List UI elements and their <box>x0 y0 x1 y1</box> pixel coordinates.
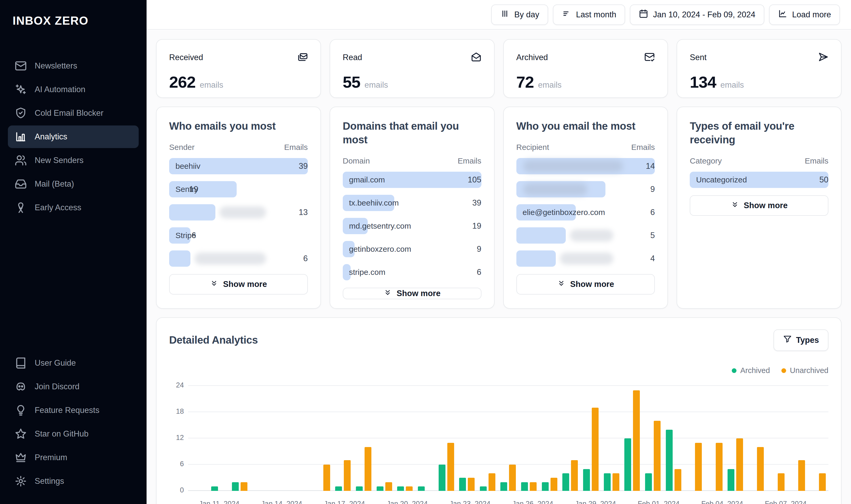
show-more-button[interactable]: Show more <box>169 274 308 294</box>
x-axis-tick-label: Jan 29, 2024 <box>575 500 616 504</box>
mail-open-icon <box>471 52 481 63</box>
bar-unarchived <box>757 447 764 491</box>
stat-card-read: Read55emails <box>330 39 495 98</box>
x-axis-tick-label: Jan 26, 2024 <box>512 500 553 504</box>
last-month-button[interactable]: Last month <box>553 4 625 25</box>
sidebar-item-premium[interactable]: Premium <box>8 446 139 469</box>
bar-group-jan-26-2024 <box>518 386 539 491</box>
toolbar-button-label: Last month <box>576 10 616 19</box>
value-bar <box>169 250 191 267</box>
panel-title: Types of email you're receiving <box>690 119 829 146</box>
sidebar: INBOX ZERO NewslettersAI AutomationCold … <box>0 0 146 504</box>
x-axis-tick-label: Feb 07, 2024 <box>765 500 806 504</box>
x-axis-tick-label <box>365 500 376 504</box>
table-row: md.getsentry.com19 <box>343 218 481 234</box>
bar-group-jan-23-2024 <box>457 386 477 491</box>
show-more-button[interactable]: Show more <box>343 288 481 299</box>
column-header: Emails <box>284 143 308 152</box>
stat-unit: emails <box>365 80 388 90</box>
types-filter-button[interactable]: Types <box>774 329 829 351</box>
x-axis-tick-label: Feb 01, 2024 <box>638 500 679 504</box>
sidebar-item-label: Mail (Beta) <box>35 179 74 189</box>
panel-who-emails-you-most: Who emails you mostSenderEmailsbeehiiv 3… <box>156 107 321 309</box>
stat-card-received: Received262emails <box>156 39 321 98</box>
bar-unarchived <box>406 486 413 491</box>
row-label: Uncategorized <box>690 172 747 188</box>
bar-group-jan-30-2024 <box>601 386 622 491</box>
sidebar-item-newsletters[interactable]: Newsletters <box>8 55 139 77</box>
mail-check-icon <box>644 52 655 63</box>
shield-check-icon <box>15 107 27 119</box>
column-header: Emails <box>805 157 829 165</box>
bar-archived <box>666 430 673 491</box>
bar-group-jan-10-2024 <box>188 386 209 491</box>
bar-group-jan-13-2024 <box>250 386 271 491</box>
sidebar-item-user-guide[interactable]: User Guide <box>8 352 139 374</box>
row-value: 6 <box>650 204 655 220</box>
chart-x-axis: Jan 11, 2024Jan 14, 2024Jan 17, 2024Jan … <box>169 500 829 504</box>
panel-title: Domains that email you most <box>343 119 481 146</box>
sidebar-item-settings[interactable]: Settings <box>8 470 139 492</box>
redacted-text <box>560 253 613 265</box>
bar-unarchived <box>551 478 557 491</box>
stat-label: Sent <box>690 53 707 62</box>
sidebar-item-ai-automation[interactable]: AI Automation <box>8 78 139 101</box>
x-axis-tick-label <box>818 500 829 504</box>
legend-dot <box>732 368 737 373</box>
redacted-text <box>195 253 266 265</box>
sidebar-item-join-discord[interactable]: Join Discord <box>8 375 139 398</box>
bar-archived <box>645 473 652 491</box>
bar-group-jan-21-2024 <box>415 386 436 491</box>
column-header: Emails <box>458 157 481 165</box>
panel-title: Who you email the most <box>516 119 655 133</box>
row-value: 105 <box>468 172 481 188</box>
star-icon <box>15 428 27 440</box>
sidebar-item-new-senders[interactable]: New Senders <box>8 149 139 172</box>
sidebar-item-label: New Senders <box>35 156 84 165</box>
x-axis-tick-label <box>439 500 449 504</box>
load-more-button[interactable]: Load more <box>769 4 840 25</box>
row-value: 9 <box>477 241 481 257</box>
sidebar-item-feature-requests[interactable]: Feature Requests <box>8 399 139 421</box>
x-axis-tick-label <box>691 500 701 504</box>
show-more-label: Show more <box>570 280 614 289</box>
x-axis-tick-label <box>679 500 690 504</box>
row-label: getinboxzero.com <box>343 241 411 257</box>
column-header: Recipient <box>516 143 549 152</box>
users-icon <box>15 154 27 166</box>
jan-10-2024-feb-09-2024-button[interactable]: Jan 10, 2024 - Feb 09, 2024 <box>630 4 764 25</box>
panel-title: Who emails you most <box>169 119 308 133</box>
show-more-button[interactable]: Show more <box>690 195 829 216</box>
panel-types-of-email-you-re-receiving: Types of email you're receivingCategoryE… <box>677 107 841 309</box>
show-more-button[interactable]: Show more <box>516 274 655 294</box>
x-axis-tick-label <box>240 500 250 504</box>
x-axis-tick-label <box>806 500 817 504</box>
row-value: 4 <box>650 250 655 267</box>
bar-group-jan-12-2024 <box>229 386 250 491</box>
column-header: Domain <box>343 157 370 165</box>
table-row: gmail.com105 <box>343 172 481 188</box>
stat-value: 55 <box>343 73 360 91</box>
x-axis-tick-label: Jan 23, 2024 <box>449 500 490 504</box>
bar-group-jan-20-2024 <box>394 386 415 491</box>
bar-archived <box>232 482 239 491</box>
sidebar-item-early-access[interactable]: Early Access <box>8 196 139 219</box>
toolbar-button-label: Load more <box>792 10 831 19</box>
x-axis-tick-label <box>553 500 564 504</box>
bar-archived <box>397 486 404 491</box>
by-day-button[interactable]: By day <box>491 4 548 25</box>
sidebar-item-mail-beta[interactable]: Mail (Beta) <box>8 173 139 195</box>
sidebar-item-label: User Guide <box>35 358 76 368</box>
chevrons-down-icon <box>210 279 218 290</box>
sidebar-item-star-on-github[interactable]: Star on GitHub <box>8 422 139 445</box>
row-value: 6 <box>192 227 196 244</box>
sidebar-item-analytics[interactable]: Analytics <box>8 125 139 148</box>
show-more-label: Show more <box>396 289 441 298</box>
x-axis-tick-label <box>616 500 627 504</box>
bar-unarchived <box>365 447 371 491</box>
table-row: 6 <box>169 250 308 267</box>
sidebar-item-cold-email-blocker[interactable]: Cold Email Blocker <box>8 102 139 124</box>
app-logo: INBOX ZERO <box>8 11 139 27</box>
stat-value: 72 <box>516 73 534 91</box>
stat-value: 262 <box>169 73 195 91</box>
